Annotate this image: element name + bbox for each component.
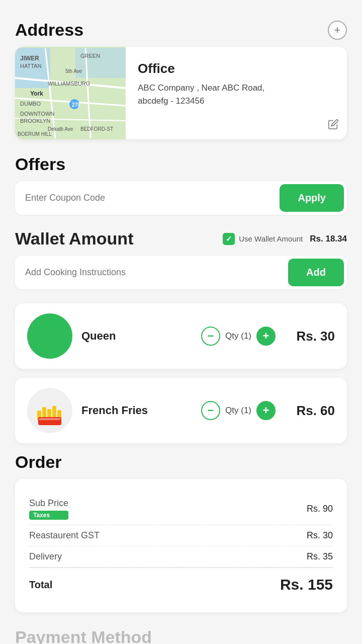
coupon-input[interactable] (25, 193, 280, 203)
qty-controls-french-fries: − Qty (1) + (201, 401, 276, 420)
delivery-label: Delivery (29, 551, 62, 562)
qty-controls-queen: − Qty (1) + (201, 327, 276, 346)
gst-label: Reastaurent GST (29, 530, 100, 541)
total-value: Rs. 155 (280, 576, 333, 593)
decrease-qty-french-fries[interactable]: − (201, 401, 220, 420)
gst-row: Reastaurent GST Rs. 30 (29, 525, 333, 546)
coupon-row: Apply (15, 181, 347, 215)
svg-text:278: 278 (72, 102, 80, 108)
total-row: Total Rs. 155 (29, 568, 333, 598)
wallet-section: Wallet Amount ✓ Use Wallet Amount Rs. 18… (15, 229, 347, 289)
increase-qty-queen[interactable]: + (256, 327, 276, 346)
item-name-queen: Queen (81, 330, 192, 343)
item-price-french-fries: Rs. 60 (285, 403, 335, 419)
payment-section: Payment Method (15, 627, 347, 644)
address-name: Office (138, 61, 335, 76)
delivery-row: Delivery Rs. 35 (29, 546, 333, 568)
item-name-french-fries: French Fries (81, 404, 192, 417)
use-wallet-row: ✓ Use Wallet Amount Rs. 18.34 (223, 233, 347, 245)
offers-section-title: Offers (15, 154, 65, 174)
qty-label-french-fries: Qty (1) (225, 406, 251, 416)
sub-price-row: Sub Price Taxes Rs. 90 (29, 493, 333, 525)
address-card: JIWER HATTAN GREEN 5th Ave WILLIAMSBURG … (15, 47, 347, 139)
address-line2: abcdefg - 123456 (138, 96, 204, 106)
qty-label-queen: Qty (1) (225, 331, 251, 341)
item-thumb-french-fries (27, 388, 72, 433)
wallet-section-title: Wallet Amount (15, 229, 133, 249)
apply-button[interactable]: Apply (280, 184, 344, 212)
svg-text:York: York (30, 90, 43, 97)
svg-text:5th Ave: 5th Ave (65, 68, 82, 74)
taxes-badge: Taxes (29, 511, 68, 520)
wallet-balance: Rs. 18.34 (310, 234, 347, 244)
add-address-button[interactable]: + (328, 21, 347, 40)
cooking-instructions-row: Add (15, 256, 347, 289)
item-price-queen: Rs. 30 (285, 329, 335, 344)
use-wallet-label: Use Wallet Amount (239, 234, 303, 243)
address-section-title: Address (15, 20, 83, 40)
svg-text:WILLIAMSBURG: WILLIAMSBURG (48, 80, 90, 87)
item-thumb-queen (27, 313, 72, 359)
cart-item-french-fries: French Fries − Qty (1) + Rs. 60 (15, 378, 347, 443)
order-section-title: Order (15, 452, 62, 472)
svg-text:BROOKLYN: BROOKLYN (20, 118, 50, 124)
order-summary-card: Sub Price Taxes Rs. 90 Reastaurent GST R… (15, 479, 347, 612)
svg-rect-28 (39, 418, 60, 420)
svg-text:JIWER: JIWER (20, 55, 39, 62)
svg-text:BEDFORD-ST: BEDFORD-ST (80, 126, 113, 132)
total-label: Total (29, 579, 52, 591)
sub-price-value: Rs. 90 (307, 504, 333, 514)
svg-text:GREEN: GREEN (80, 53, 100, 59)
add-cooking-button[interactable]: Add (288, 259, 344, 286)
svg-text:DOWNTOWN: DOWNTOWN (20, 111, 54, 117)
increase-qty-french-fries[interactable]: + (256, 401, 276, 420)
cart-items-list: Queen − Qty (1) + Rs. 30 (15, 303, 347, 443)
address-info: Office ABC Company , Near ABC Road, abcd… (126, 47, 347, 139)
svg-text:DUMBO: DUMBO (20, 101, 41, 107)
use-wallet-checkbox[interactable]: ✓ (223, 233, 235, 245)
cooking-instructions-input[interactable] (25, 267, 288, 278)
decrease-qty-queen[interactable]: − (201, 327, 220, 346)
sub-price-label: Sub Price (29, 498, 68, 509)
cart-item-queen: Queen − Qty (1) + Rs. 30 (15, 303, 347, 369)
edit-address-button[interactable] (328, 119, 339, 132)
delivery-value: Rs. 35 (307, 551, 333, 562)
payment-section-title: Payment Method (15, 627, 347, 644)
address-line1: ABC Company , Near ABC Road, (138, 83, 264, 93)
map-thumbnail: JIWER HATTAN GREEN 5th Ave WILLIAMSBURG … (15, 47, 126, 139)
order-section: Order Sub Price Taxes Rs. 90 Reastaurent… (15, 452, 347, 612)
svg-rect-2 (75, 48, 126, 78)
svg-text:HATTAN: HATTAN (20, 63, 41, 69)
gst-value: Rs. 30 (307, 530, 333, 541)
offers-section: Offers Apply (15, 154, 347, 215)
svg-text:BOERUM HILL: BOERUM HILL (18, 131, 52, 137)
